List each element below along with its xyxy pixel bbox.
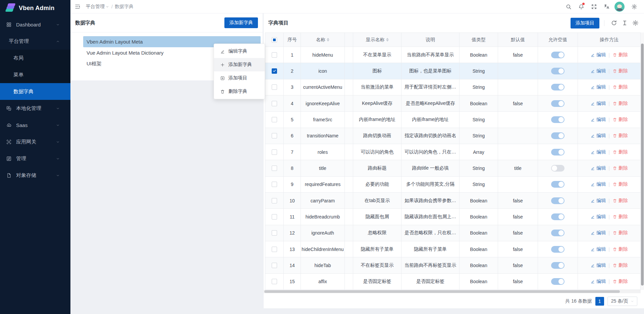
vertical-scrollbar-thumb[interactable] (641, 44, 644, 286)
allow-null-toggle[interactable] (551, 181, 565, 188)
sidebar-item-本地化管理[interactable]: 本地化管理 (0, 100, 70, 117)
row-checkbox[interactable] (272, 68, 277, 74)
delete-button[interactable]: 删除 (612, 262, 628, 268)
sort-carets-icon[interactable] (327, 38, 329, 42)
row-checkbox[interactable] (272, 230, 277, 236)
breadcrumb-item-platform[interactable]: 平台管理 (86, 4, 109, 10)
delete-button[interactable]: 删除 (612, 117, 628, 123)
row-checkbox[interactable] (272, 214, 277, 219)
edit-button[interactable]: 编辑 (590, 246, 606, 252)
row-checkbox[interactable] (272, 198, 277, 203)
allow-null-toggle[interactable] (551, 197, 565, 204)
column-header-名称[interactable]: 名称 (301, 33, 345, 47)
sidebar-item-菜单[interactable]: 菜单 (0, 66, 70, 83)
edit-button[interactable]: 编辑 (590, 101, 606, 107)
edit-button[interactable]: 编辑 (590, 68, 606, 74)
sidebar-item-应用网关[interactable]: 应用网关 (0, 133, 70, 150)
row-checkbox[interactable] (272, 101, 277, 106)
sidebar-item-数据字典[interactable]: 数据字典 (0, 83, 70, 100)
row-checkbox[interactable] (272, 149, 277, 155)
sidebar-item-Dashboard[interactable]: Dashboard (0, 16, 70, 33)
delete-button[interactable]: 删除 (612, 149, 628, 155)
delete-button[interactable]: 删除 (612, 278, 628, 285)
allow-null-toggle[interactable] (551, 230, 565, 236)
allow-null-toggle[interactable] (551, 116, 565, 123)
allow-null-toggle[interactable] (551, 278, 565, 285)
user-avatar[interactable] (614, 2, 625, 12)
delete-button[interactable]: 删除 (612, 101, 628, 107)
row-checkbox[interactable] (272, 52, 277, 58)
page-number-button[interactable]: 1 (595, 297, 604, 306)
allow-null-toggle[interactable] (551, 213, 565, 220)
row-checkbox[interactable] (272, 182, 277, 187)
allow-null-toggle[interactable] (551, 149, 565, 155)
delete-button[interactable]: 删除 (612, 68, 628, 74)
refresh-icon[interactable] (609, 18, 619, 28)
delete-button[interactable]: 删除 (612, 52, 628, 58)
breadcrumb-item-datadict[interactable]: 数据字典 (115, 4, 133, 10)
sidebar-item-布局[interactable]: 布局 (0, 50, 70, 66)
select-all-checkbox[interactable] (265, 33, 284, 47)
row-height-icon[interactable] (620, 18, 629, 28)
allow-null-toggle[interactable] (551, 84, 565, 90)
bell-icon[interactable] (576, 2, 586, 12)
menu-fold-icon[interactable] (74, 4, 80, 10)
edit-button[interactable]: 编辑 (590, 278, 606, 285)
delete-button[interactable]: 删除 (612, 230, 628, 236)
delete-button[interactable]: 删除 (612, 246, 628, 252)
search-icon[interactable] (564, 2, 574, 12)
edit-button[interactable]: 编辑 (590, 165, 606, 171)
edit-button[interactable]: 编辑 (590, 133, 606, 139)
allow-null-toggle[interactable] (551, 262, 565, 269)
delete-label: 删除 (619, 52, 628, 58)
context-menu-item-删除字典[interactable]: 删除字典 (214, 85, 265, 98)
edit-button[interactable]: 编辑 (590, 198, 606, 204)
horizontal-scrollbar-thumb[interactable] (264, 290, 620, 293)
row-checkbox[interactable] (272, 263, 277, 268)
allow-null-toggle[interactable] (551, 165, 565, 172)
sidebar-item-平台管理[interactable]: 平台管理 (0, 33, 70, 50)
row-checkbox[interactable] (272, 279, 277, 284)
sidebar-item-Saas[interactable]: Saas (0, 117, 70, 133)
edit-button[interactable]: 编辑 (590, 214, 606, 220)
checkbox-indeterminate[interactable] (272, 37, 277, 43)
column-header-显示名称[interactable]: 显示名称 (353, 33, 401, 47)
row-checkbox[interactable] (272, 166, 277, 171)
delete-button[interactable]: 删除 (612, 198, 628, 204)
context-menu-item-编辑字典[interactable]: 编辑字典 (214, 45, 265, 58)
context-menu-item-添加新字典[interactable]: 添加新字典 (214, 58, 265, 71)
sidebar-item-对象存储[interactable]: 对象存储 (0, 167, 70, 184)
delete-button[interactable]: 删除 (612, 165, 628, 171)
cell-index: 11 (284, 209, 301, 225)
context-menu-item-添加项目[interactable]: 添加项目 (214, 71, 265, 85)
delete-button[interactable]: 删除 (612, 84, 628, 90)
fullscreen-icon[interactable] (589, 2, 599, 12)
edit-button[interactable]: 编辑 (590, 52, 606, 58)
translate-icon[interactable] (602, 2, 612, 12)
add-item-button[interactable]: 添加项目 (571, 18, 599, 28)
row-checkbox[interactable] (272, 117, 277, 122)
allow-null-toggle[interactable] (551, 68, 565, 74)
edit-button[interactable]: 编辑 (590, 84, 606, 90)
allow-null-toggle[interactable] (551, 246, 565, 253)
delete-button[interactable]: 删除 (612, 214, 628, 220)
edit-button[interactable]: 编辑 (590, 181, 606, 187)
edit-button[interactable]: 编辑 (590, 117, 606, 123)
page-size-select[interactable]: 25 条/页 (607, 297, 637, 306)
gear-icon[interactable] (631, 18, 640, 28)
sidebar-item-管理[interactable]: 管理 (0, 150, 70, 167)
row-checkbox[interactable] (272, 133, 277, 138)
gear-icon[interactable] (629, 2, 639, 12)
allow-null-toggle[interactable] (551, 52, 565, 58)
edit-button[interactable]: 编辑 (590, 230, 606, 236)
allow-null-toggle[interactable] (551, 132, 565, 139)
row-checkbox[interactable] (272, 84, 277, 90)
delete-button[interactable]: 删除 (612, 133, 628, 139)
sort-carets-icon[interactable] (386, 38, 389, 42)
add-dictionary-button[interactable]: 添加新字典 (224, 17, 258, 28)
delete-button[interactable]: 删除 (612, 181, 628, 187)
edit-button[interactable]: 编辑 (590, 149, 606, 155)
row-checkbox[interactable] (272, 247, 277, 252)
edit-button[interactable]: 编辑 (590, 262, 606, 268)
allow-null-toggle[interactable] (551, 100, 565, 107)
